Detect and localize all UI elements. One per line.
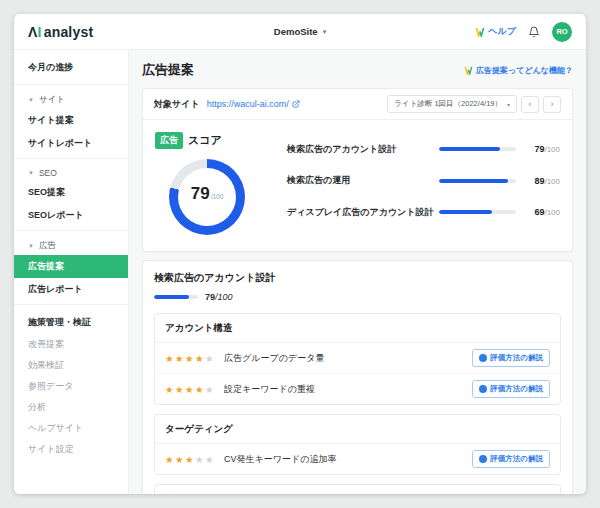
question-icon: ? — [479, 385, 487, 393]
divider — [14, 84, 128, 85]
diagnosis-next-button[interactable]: › — [543, 96, 561, 113]
feature-info-link[interactable]: 広告提案ってどんな機能？ — [464, 65, 573, 76]
help-label: ヘルプ — [488, 25, 516, 38]
page-title: 広告提案 — [142, 61, 194, 79]
diagnosis-select-dropdown[interactable]: ライト診断 1回目（2022/4/19） ▾ — [387, 95, 517, 113]
evaluation-method-button[interactable]: ? 評価方法の解説 — [472, 380, 550, 398]
sidebar-item-analysis[interactable]: 分析 — [14, 397, 128, 418]
divider — [14, 230, 128, 231]
site-selector-value: DemoSite — [274, 26, 318, 37]
subcard-title: ターゲティング — [155, 415, 560, 444]
wacul-leaf-icon — [475, 27, 485, 37]
score-row-value: 69/100 — [516, 207, 560, 217]
logo-i-mark: I — [38, 24, 42, 40]
question-icon: ? — [479, 354, 487, 362]
main-content: 広告提案 広告提案ってどんな機能？ 対象サイト https://wacul-ai… — [129, 50, 586, 494]
sidebar-item-seo-proposal[interactable]: SEO提案 — [14, 181, 128, 204]
sidebar-item-improvement-proposal[interactable]: 改善提案 — [14, 334, 128, 355]
app-window: ΛI analyst DemoSite ▾ ヘルプ RO 今月の進捗 — [14, 14, 586, 494]
topbar-right: ヘルプ RO — [475, 22, 572, 42]
notifications-bell-icon[interactable] — [527, 25, 541, 39]
score-row-label: ディスプレイ広告のアカウント設計 — [287, 206, 439, 219]
avatar-initials: RO — [556, 27, 567, 36]
sidebar-item-ad-report[interactable]: 広告レポート — [14, 278, 128, 301]
score-card: 対象サイト https://wacul-ai.com/ ライト診断 1回目（20… — [142, 88, 573, 252]
detail-score: 79/100 — [154, 292, 561, 302]
score-row: 検索広告のアカウント設計 79/100 — [287, 136, 560, 162]
diagnosis-select-value: ライト診断 1回目（2022/4/19） — [394, 99, 502, 109]
evaluation-method-button[interactable]: ? 評価方法の解説 — [472, 450, 550, 468]
score-row: ディスプレイ広告のアカウント設計 69/100 — [287, 199, 560, 225]
score-bar — [439, 147, 516, 151]
chevron-down-icon: ▾ — [507, 101, 510, 108]
chevron-down-icon: ▼ — [28, 243, 34, 249]
app-logo: ΛI analyst — [28, 24, 93, 40]
rating-row: ★★★★★ 広告グループのデータ量 ? 評価方法の解説 — [155, 343, 560, 374]
total-score-max: /100 — [211, 193, 224, 200]
score-bar — [439, 179, 516, 183]
feature-info-link-label: 広告提案ってどんな機能？ — [476, 65, 573, 76]
star-rating: ★★★★★ — [165, 353, 215, 364]
diagnosis-prev-button[interactable]: ‹ — [521, 96, 539, 113]
rating-label: 設定キーワードの重複 — [224, 383, 315, 396]
detail-section-title: 検索広告のアカウント設計 — [154, 271, 561, 285]
sidebar-item-effect-verification[interactable]: 効果検証 — [14, 355, 128, 376]
sidebar-group-site[interactable]: ▼ サイト — [14, 88, 128, 109]
sidebar: 今月の進捗 ▼ サイト サイト提案 サイトレポート ▼ SEO SEO提案 SE… — [14, 50, 129, 494]
score-row-label: 検索広告のアカウント設計 — [287, 143, 439, 156]
rating-label: 広告グループのデータ量 — [224, 352, 324, 365]
subcard-title: アカウント構造 — [155, 314, 560, 343]
chevron-down-icon: ▼ — [28, 97, 34, 103]
sidebar-item-seo-report[interactable]: SEOレポート — [14, 204, 128, 227]
sidebar-item-site-settings[interactable]: サイト設定 — [14, 439, 128, 460]
subcard-targeting: ターゲティング ★★★★★ CV発生キーワードの追加率 ? 評価方法の解説 — [154, 414, 561, 475]
wacul-leaf-icon — [464, 66, 473, 75]
score-row-label: 検索広告の運用 — [287, 174, 439, 187]
sidebar-section-management-label: 施策管理・検証 — [14, 308, 128, 334]
ad-badge: 広告 — [155, 132, 183, 149]
external-link-icon — [292, 100, 300, 108]
total-score-value: 79 — [191, 185, 210, 202]
sidebar-group-seo-label: SEO — [39, 168, 57, 178]
sidebar-group-ads-label: 広告 — [39, 240, 56, 252]
evaluation-method-button[interactable]: ? 評価方法の解説 — [472, 349, 550, 367]
rating-label: CV発生キーワードの追加率 — [224, 453, 336, 466]
subcard-ads: 広告 ★★★★★ 複数訴求軸の広告設定 ? 評価方法の解説 — [154, 484, 561, 494]
chevron-down-icon: ▾ — [323, 28, 327, 36]
score-row: 検索広告の運用 89/100 — [287, 168, 560, 194]
rating-row: ★★★★★ 設定キーワードの重複 ? 評価方法の解説 — [155, 374, 560, 404]
target-site-url-link[interactable]: https://wacul-ai.com/ — [207, 99, 300, 109]
score-label: スコア — [188, 133, 222, 148]
sidebar-item-site-report[interactable]: サイトレポート — [14, 132, 128, 155]
star-rating: ★★★★★ — [165, 384, 215, 395]
sidebar-item-reference-data[interactable]: 参照データ — [14, 376, 128, 397]
chevron-down-icon: ▼ — [28, 170, 34, 176]
help-link[interactable]: ヘルプ — [475, 25, 516, 38]
sidebar-item-monthly-progress[interactable]: 今月の進捗 — [14, 54, 128, 81]
subcard-account-structure: アカウント構造 ★★★★★ 広告グループのデータ量 ? 評価方法の解説 ★★★★… — [154, 313, 561, 405]
rating-row: ★★★★★ CV発生キーワードの追加率 ? 評価方法の解説 — [155, 444, 560, 474]
sidebar-group-seo[interactable]: ▼ SEO — [14, 162, 128, 181]
site-selector-dropdown[interactable]: DemoSite ▾ — [274, 26, 326, 37]
question-icon: ? — [479, 455, 487, 463]
logo-text: analyst — [44, 24, 94, 40]
star-rating: ★★★★★ — [165, 454, 215, 465]
target-site-url: https://wacul-ai.com/ — [207, 99, 289, 109]
score-bar — [439, 210, 516, 214]
logo-a-mark: Λ — [28, 24, 38, 40]
score-row-value: 79/100 — [516, 144, 560, 154]
detail-card: 検索広告のアカウント設計 79/100 アカウント構造 ★★★★★ 広告グループ… — [142, 260, 573, 494]
score-row-value: 89/100 — [516, 176, 560, 186]
divider — [14, 158, 128, 159]
top-bar: ΛI analyst DemoSite ▾ ヘルプ RO — [14, 14, 586, 50]
divider — [14, 304, 128, 305]
user-avatar[interactable]: RO — [552, 22, 572, 42]
target-site-label: 対象サイト — [154, 98, 200, 111]
subcard-title: 広告 — [155, 485, 560, 494]
sidebar-group-site-label: サイト — [39, 94, 65, 106]
total-score-donut: 79 /100 — [169, 159, 245, 235]
sidebar-group-ads[interactable]: ▼ 広告 — [14, 234, 128, 255]
sidebar-item-help-site[interactable]: ヘルプサイト — [14, 418, 128, 439]
sidebar-item-ad-proposal[interactable]: 広告提案 — [14, 255, 128, 278]
sidebar-item-site-proposal[interactable]: サイト提案 — [14, 109, 128, 132]
